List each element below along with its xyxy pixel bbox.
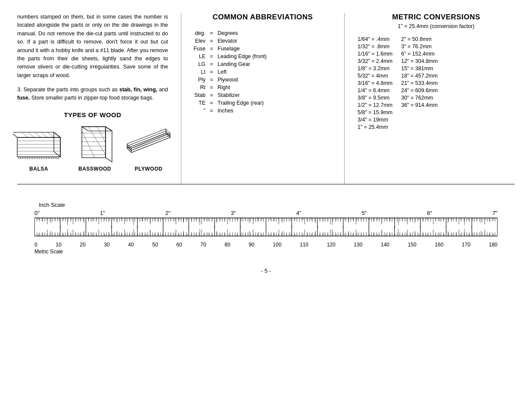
metric-row: 2" = 50.8mm [401,36,438,42]
metric-number: 40 [128,242,134,248]
plywood-svg [125,125,172,163]
metric-row: 1/2" = 12.7mm [358,102,392,108]
metric-row: 24" = 609.6mm [401,87,438,93]
abbr-row: LE = Leading Edge (front) [190,53,336,60]
svg-marker-2 [54,132,60,157]
abbr-eq: = [207,37,216,45]
metric-row: 12" = 304.8mm [401,58,438,64]
metric-number: 80 [224,242,230,248]
metric-row: 3/4" = 19mm [358,117,392,123]
abbr-def: Right [216,84,336,91]
metric-row: 36" = 914.4mm [401,102,438,108]
wood-images: BALSA [17,125,168,172]
svg-line-36 [47,132,54,137]
metric-number: 160 [435,242,443,248]
metric-row: 3/16" = 4.8mm [358,80,392,86]
abbr-def: Left [216,68,336,76]
abbr-row: Fuse = Fuselage [190,45,336,53]
metric-number: 150 [408,242,417,248]
inch-number: 5" [361,210,367,216]
svg-line-32 [22,132,28,137]
basswood-label: BASSWOOD [78,166,111,172]
abbr-def: Degrees [216,29,336,37]
abbr-code: " [190,107,207,115]
abbr-row: Rt = Right [190,84,336,91]
abbr-row: TE = Trailing Edge (rear) [190,99,336,107]
abbr-eq: = [207,107,216,115]
middle-column: COMMON ABBREVIATIONS deg. = Degrees Elev… [181,13,345,184]
metric-number: 140 [381,242,389,248]
inch-scale-label: Inch Scale [39,202,506,208]
abbr-code: Elev [190,37,207,45]
metric-row: 3/8" = 9.5mm [358,95,392,101]
basswood-svg [73,125,116,163]
abbr-code: LE [190,53,207,60]
metric-row: 30" = 762mm [401,95,438,101]
abbr-def: Trailing Edge (rear) [216,99,336,107]
left-column: numbers stamped on them, but in some cas… [17,13,181,184]
abbr-code: TE [190,99,207,107]
abbr-eq: = [207,91,216,99]
abbr-def: Stabilizer [216,91,336,99]
inch-numbers: 0"1"2"3"4"5"6"7" [34,210,498,216]
metric-row: 18" = 457.2mm [401,73,438,79]
basswood-item: BASSWOOD [73,125,116,172]
abbr-row: deg. = Degrees [190,29,336,37]
abbreviations-title: COMMON ABBREVIATIONS [190,13,336,22]
svg-line-35 [41,132,47,137]
abbr-code: Ply [190,76,207,84]
abbr-def: Leading Edge (front) [216,53,336,60]
types-of-wood-title: TYPES OF WOOD [17,111,168,118]
metric-row: 1/4" = 6.4mm [358,87,392,93]
svg-marker-1 [13,132,60,137]
inch-number: 3" [231,210,236,216]
page: numbers stamped on them, but in some cas… [0,0,532,411]
metric-number: 100 [273,242,281,248]
inch-number: 1" [100,210,105,216]
svg-marker-38 [106,127,112,162]
types-of-wood: TYPES OF WOOD [17,111,168,172]
metric-row: 1/16" = 1.6mm [358,51,392,57]
metric-number: 130 [354,242,362,248]
inch-number: 4" [296,210,302,216]
svg-line-46 [82,131,95,158]
metric-subtitle: 1" = 25.4mm (conversion factor) [358,23,515,29]
abbr-eq: = [207,84,216,91]
metric-number: 60 [176,242,182,248]
abbr-eq: = [207,99,216,107]
ruler-svg [34,217,498,241]
abbreviations-table: deg. = Degrees Elev = Elevator Fuse = Fu… [190,29,336,115]
metric-row: 6" = 152.4mm [401,51,438,57]
scale-container: Inch Scale 0"1"2"3"4"5"6"7" 010203040506… [26,202,506,255]
abbr-eq: = [207,29,216,37]
metric-conversions-title: METRIC CONVERSIONS [358,13,515,22]
inch-number: 7" [492,210,498,216]
metric-number: 110 [300,242,308,248]
abbr-def: Elevator [216,37,336,45]
abbr-code: Fuse [190,45,207,53]
svg-line-55 [134,134,169,149]
metric-row: 3" = 76.2mm [401,44,438,50]
abbr-code: Lt [190,68,207,76]
metric-col2: 2" = 50.8mm3" = 76.2mm6" = 152.4mm12" = … [401,36,438,130]
metric-number: 180 [489,242,498,248]
abbr-def: Plywood [216,76,336,84]
metric-number: 170 [462,242,470,248]
balsa-item: BALSA [13,129,65,172]
abbr-code: Rt [190,84,207,91]
metric-row: 1" = 25.4mm [358,124,392,130]
plywood-item: PLYWOOD [125,125,172,172]
svg-line-48 [97,127,106,143]
abbr-eq: = [207,53,216,60]
bottom-section: Inch Scale 0"1"2"3"4"5"6"7" 010203040506… [17,197,515,259]
metric-row: 21" = 533.4mm [401,80,438,86]
svg-rect-37 [82,127,106,158]
inch-number: 2" [165,210,171,216]
metric-numbers: 0102030405060708090100110120130140150160… [34,242,498,248]
svg-line-34 [34,132,41,137]
metric-number: 30 [104,242,109,248]
abbr-code: LG [190,60,207,68]
abbr-row: LG = Landing Gear [190,60,336,68]
abbr-eq: = [207,45,216,53]
metric-number: 120 [327,242,336,248]
